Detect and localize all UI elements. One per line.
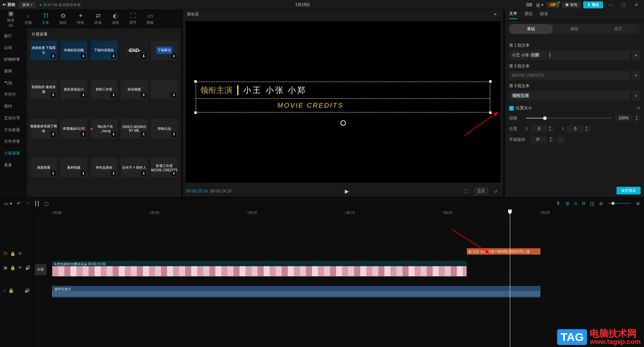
template-item[interactable]: -END-⬇	[121, 41, 148, 60]
pos-y[interactable]: 0	[567, 125, 584, 132]
download-icon[interactable]: ⬇	[171, 132, 176, 137]
download-icon[interactable]: ⬇	[111, 53, 116, 59]
download-icon[interactable]: ⬇	[80, 53, 86, 59]
fullscreen-icon[interactable]: ⛶	[462, 188, 470, 194]
text-track-header[interactable]: TI🔒👁	[0, 246, 33, 261]
cat-food[interactable]: 美食	[0, 159, 27, 171]
download-icon[interactable]: ⬇	[141, 132, 146, 137]
tracks-area[interactable]: 00:00 00:05 00:10 00:15 00:20 00:25 ⊞ 小王…	[34, 210, 644, 347]
tab-audio[interactable]: ♪音频	[19, 12, 37, 25]
template-item[interactable]: 影视工作室 MOVIE CREDITS⬇	[151, 158, 178, 177]
magnet-icon[interactable]: ⧈	[574, 200, 577, 206]
expand-icon[interactable]: ⤢	[492, 188, 500, 194]
insp-tab-text[interactable]: 文本	[509, 11, 517, 19]
expand-button[interactable]: ▾	[632, 91, 640, 101]
mic-icon[interactable]: 🎙	[556, 201, 561, 206]
rotate-handle[interactable]	[340, 120, 346, 126]
pos-x[interactable]: 0	[531, 125, 547, 132]
template-item[interactable]: ⬇	[151, 80, 178, 99]
x-spinner[interactable]: ▲▼	[549, 126, 553, 132]
insp-tab-read[interactable]: 朗读	[540, 11, 548, 19]
delete-button[interactable]: ▢	[44, 201, 49, 206]
template-item[interactable]: 下期再见⬇	[151, 41, 178, 60]
pos-size-checkbox[interactable]: ✓	[509, 106, 514, 111]
template-item[interactable]: 素材拍摄⬇	[60, 158, 87, 177]
download-icon[interactable]: ⬇	[111, 171, 116, 176]
template-item[interactable]: 视觉表现设计⬇	[60, 80, 87, 99]
template-item[interactable]: 合作方 × 制作人⬇	[121, 158, 148, 177]
text-clip[interactable]: ⊞ 小王 小张 小郑 / MOVIE CREDITS / 领	[467, 248, 540, 254]
rotate-value[interactable]: 0°	[530, 136, 547, 143]
zoom-slider[interactable]	[608, 203, 631, 204]
preview-icon[interactable]: ◫	[590, 201, 594, 206]
cat-sport[interactable]: 运动	[0, 42, 27, 54]
download-icon[interactable]: ⬇	[141, 53, 146, 59]
y-spinner[interactable]: ▲▼	[585, 126, 590, 132]
video-track[interactable]: 封面 实景拍摄粉色樱花花朵 00:00:21:00	[34, 261, 644, 277]
player-viewport[interactable]: 领衔主演 小王 小张 小郑 MOVIE CREDITS	[185, 21, 500, 183]
template-item[interactable]: 剪辑制作 素材来源⬇	[30, 80, 57, 99]
player-menu-icon[interactable]: ≡	[491, 11, 499, 17]
cat-travel[interactable]: 旅行	[0, 30, 27, 42]
tab-text[interactable]: TI文本	[37, 12, 54, 25]
video-clip[interactable]: 实景拍摄粉色樱花花朵 00:00:21:00	[52, 261, 467, 277]
audio-track-header[interactable]: ♪🔒🔊	[0, 283, 33, 297]
template-item[interactable]: 剪映工作室⬇	[91, 80, 117, 99]
resize-handle[interactable]	[489, 80, 492, 83]
template-item[interactable]: 视频素材来源于网络⬇	[30, 119, 57, 138]
close-button[interactable]: ✕	[631, 2, 641, 7]
download-icon[interactable]: ⬇	[111, 132, 116, 137]
template-item[interactable]: 本视频由X公司⬇	[60, 119, 87, 138]
tab-effect[interactable]: ✦特效	[72, 12, 89, 25]
download-icon[interactable]: ⬇	[171, 53, 176, 59]
rot-spinner[interactable]: ▲▼	[549, 136, 554, 142]
playhead[interactable]	[510, 210, 510, 347]
download-icon[interactable]: ⬇	[50, 171, 56, 176]
cat-handwrite[interactable]: 手写字	[0, 89, 27, 101]
vip-badge[interactable]: VIP	[546, 2, 559, 7]
cat-goods[interactable]: 好物种草	[0, 54, 27, 65]
keyboard-icon[interactable]: ⌨	[525, 1, 533, 8]
seg1-input[interactable]: 小王 小张 小郑	[509, 50, 630, 60]
ratio-button[interactable]: 适应	[474, 188, 488, 194]
download-icon[interactable]: ⬇	[171, 171, 176, 176]
download-icon[interactable]: ⬇	[141, 171, 146, 176]
template-item[interactable]: 感谢收看 下期再见⬇	[30, 41, 57, 60]
seg3-input[interactable]: 领衔主演	[509, 91, 630, 101]
tab-adjust[interactable]: ⛶调节	[124, 12, 142, 25]
template-item[interactable]: 剪映出品⬇	[151, 119, 178, 138]
audio-clip[interactable]: 钢琴背景乐	[52, 286, 540, 297]
cover-tag[interactable]: 封面	[35, 264, 46, 275]
seg-tab-fancy[interactable]: 花字	[596, 24, 640, 34]
minimize-button[interactable]: —	[606, 2, 616, 7]
zoom-out-icon[interactable]: ⊖	[599, 201, 603, 206]
download-icon[interactable]: ⬇	[50, 93, 56, 98]
template-item[interactable]: 感谢观看⬇	[30, 158, 57, 177]
redo-button[interactable]: ↷	[25, 201, 30, 206]
tab-transition[interactable]: ⇄转场	[89, 12, 107, 25]
cat-opening[interactable]: 片头标题	[0, 124, 27, 136]
template-item[interactable]: 原创视频⬇	[121, 80, 148, 99]
template-item[interactable]: 下期内容预告⬇	[91, 41, 117, 60]
text-overlay[interactable]: 领衔主演 小王 小张 小郑 MOVIE CREDITS	[196, 81, 490, 113]
template-item[interactable]: 本期精彩回顾⬇	[60, 41, 87, 60]
expand-button[interactable]: ▾	[632, 50, 640, 60]
template-item[interactable]: VIDEO WORKS BY ME⬇	[121, 119, 148, 138]
cat-interact[interactable]: 互动引导	[0, 112, 27, 124]
link-icon[interactable]: ⧉	[582, 200, 585, 206]
download-icon[interactable]: ⬇	[80, 132, 86, 137]
rotate-extra[interactable]: –	[557, 136, 565, 143]
play-button[interactable]: ▶	[231, 188, 462, 194]
text-track[interactable]: ⊞ 小王 小张 小郑 / MOVIE CREDITS / 领	[34, 246, 644, 261]
download-icon[interactable]: ⬇	[50, 53, 56, 59]
scale-value[interactable]: 100%	[615, 114, 632, 122]
insp-tab-track[interactable]: 跟踪	[525, 11, 533, 19]
download-icon[interactable]: ⬇	[80, 93, 86, 98]
seg2-input[interactable]: MOVIE CREDITS	[509, 71, 630, 80]
download-icon[interactable]: ⬇	[80, 171, 86, 176]
export-button[interactable]: ⬆ 导出	[583, 1, 603, 8]
undo-button[interactable]: ↶	[17, 201, 21, 206]
cat-chapter[interactable]: 片中序章	[0, 136, 27, 148]
download-icon[interactable]: ⬇	[141, 93, 146, 98]
video-track-header[interactable]: ▣🔒👁🔊	[0, 261, 33, 275]
